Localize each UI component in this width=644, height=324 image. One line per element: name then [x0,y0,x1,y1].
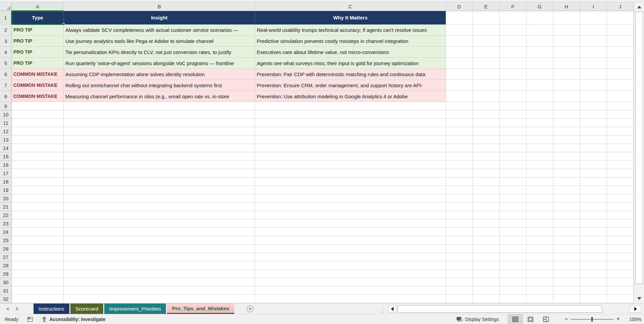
cell-f29[interactable] [500,270,526,278]
cell-g16[interactable] [526,161,553,169]
cell-i4[interactable] [580,47,607,58]
cell-c19[interactable] [255,186,446,194]
cell-h28[interactable] [553,261,580,270]
cell-e27[interactable] [473,253,500,261]
cell-g30[interactable] [526,278,553,286]
cell-j30[interactable] [607,278,634,286]
cell-b23[interactable] [64,219,255,228]
row-header-21[interactable]: 21 [0,203,12,211]
cell-c29[interactable] [255,270,446,278]
cell-b19[interactable] [64,186,255,194]
cell-g17[interactable] [526,169,553,177]
cell-e24[interactable] [473,228,500,236]
cell-f27[interactable] [500,253,526,261]
row-header-15[interactable]: 15 [0,152,12,161]
cell-e22[interactable] [473,211,500,219]
cell-g13[interactable] [526,136,553,144]
cell-i25[interactable] [580,236,607,245]
cell-h29[interactable] [553,270,580,278]
cell-c8[interactable]: Prevention: Use attribution modeling in … [255,91,446,102]
cell-f25[interactable] [500,236,526,245]
vertical-scrollbar-thumb[interactable] [635,12,643,284]
row-header-24[interactable]: 24 [0,228,12,236]
cell-j2[interactable] [607,24,634,36]
row-header-29[interactable]: 29 [0,270,12,278]
cell-e9[interactable] [473,102,500,110]
cell-g1[interactable] [526,11,553,24]
cell-g9[interactable] [526,102,553,110]
cell-i11[interactable] [580,119,607,127]
cell-a27[interactable] [12,253,64,261]
cell-i7[interactable] [580,80,607,91]
column-header-a[interactable]: A [12,2,64,11]
cell-j13[interactable] [607,136,634,144]
cell-d32[interactable] [446,295,473,303]
cell-h32[interactable] [553,295,580,303]
cell-b16[interactable] [64,161,255,169]
row-header-2[interactable]: 2 [0,24,12,36]
cell-g7[interactable] [526,80,553,91]
row-header-12[interactable]: 12 [0,127,12,136]
cell-h4[interactable] [553,47,580,58]
cell-a7[interactable]: COMMON MISTAKE [12,80,64,91]
cell-b24[interactable] [64,228,255,236]
cell-i9[interactable] [580,102,607,110]
cell-i30[interactable] [580,278,607,286]
row-header-3[interactable]: 3 [0,36,12,47]
cell-a28[interactable] [12,261,64,270]
cell-i3[interactable] [580,36,607,47]
row-header-28[interactable]: 28 [0,261,12,270]
cell-b9[interactable] [64,102,255,110]
cell-a25[interactable] [12,236,64,245]
cell-d3[interactable] [446,36,473,47]
cell-j10[interactable] [607,110,634,119]
cell-e14[interactable] [473,144,500,152]
cell-e7[interactable] [473,80,500,91]
column-header-c[interactable]: C [255,2,446,11]
cell-g8[interactable] [526,91,553,102]
cell-e4[interactable] [473,47,500,58]
next-sheet-icon[interactable] [16,307,19,311]
cell-d2[interactable] [446,24,473,36]
cell-d28[interactable] [446,261,473,270]
cell-f20[interactable] [500,194,526,203]
cell-f11[interactable] [500,119,526,127]
cell-j5[interactable] [607,58,634,69]
cell-h24[interactable] [553,228,580,236]
cell-a32[interactable] [12,295,64,303]
cell-b2[interactable]: Always validate SCV completeness with ac… [64,24,255,36]
cell-e32[interactable] [473,295,500,303]
cell-h14[interactable] [553,144,580,152]
cell-f2[interactable] [500,24,526,36]
cell-i29[interactable] [580,270,607,278]
row-header-6[interactable]: 6 [0,69,12,80]
cell-a29[interactable] [12,270,64,278]
cell-j32[interactable] [607,295,634,303]
cell-i17[interactable] [580,169,607,177]
cell-d14[interactable] [446,144,473,152]
column-header-b[interactable]: B [64,2,255,11]
cell-a18[interactable] [12,177,64,186]
cell-a30[interactable] [12,278,64,286]
column-header-i[interactable]: I [580,2,607,11]
cell-j8[interactable] [607,91,634,102]
cell-i12[interactable] [580,127,607,136]
cell-j6[interactable] [607,69,634,80]
cell-c14[interactable] [255,144,446,152]
cell-g11[interactable] [526,119,553,127]
cell-b17[interactable] [64,169,255,177]
cell-h1[interactable] [553,11,580,24]
cell-e26[interactable] [473,245,500,253]
cell-f21[interactable] [500,203,526,211]
cell-d26[interactable] [446,245,473,253]
row-header-9[interactable]: 9 [0,102,12,110]
cell-h12[interactable] [553,127,580,136]
cell-d19[interactable] [446,186,473,194]
sheet-tab-pro_tips_and_mistakes[interactable]: Pro_Tips_and_Mistakes [167,304,234,314]
cell-d6[interactable] [446,69,473,80]
cell-c10[interactable] [255,110,446,119]
cell-d17[interactable] [446,169,473,177]
column-header-e[interactable]: E [473,2,500,11]
cell-c6[interactable]: Prevention: Pair CDP with deterministic … [255,69,446,80]
scroll-down-button[interactable] [635,294,643,303]
